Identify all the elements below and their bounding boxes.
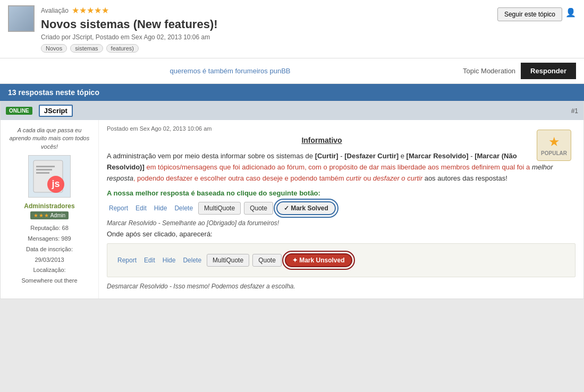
avatar-js-image: js (28, 155, 71, 198)
action-row-2: Report Edit Hide Delete MultiQuote Quote… (115, 253, 567, 267)
rating-label: Avaliação (41, 7, 69, 14)
popular-label: POPULAR (540, 150, 568, 156)
body-p2: em tópicos/mensagens que foi adicionado … (145, 163, 532, 171)
edit-link-1[interactable]: Edit (133, 203, 149, 213)
follow-icon: 👤 (565, 7, 576, 18)
post-sidebar: A cada dia que passa eu aprendo muito ma… (1, 120, 99, 299)
quote-btn-1[interactable]: Quote (244, 202, 273, 215)
post-user-bar: ONLINE JScript #1 (1, 101, 583, 120)
multiquote-btn-1[interactable]: MultiQuote (198, 202, 241, 215)
user-avatar-large: js (28, 155, 71, 198)
popular-star: ★ (540, 134, 568, 149)
post-number: #1 (571, 107, 578, 115)
edit-link-2[interactable]: Edit (142, 255, 157, 265)
follow-button[interactable]: Seguir este tópico (497, 7, 562, 21)
sub-header: queremos é também forumeiros punBB Topic… (0, 58, 584, 84)
mark-unsolved-button[interactable]: ✦ Mark Unsolved (285, 253, 352, 267)
subheader-right: Topic Moderation Responder (458, 63, 576, 79)
location-label: Localização: (33, 267, 65, 273)
post-body: A cada dia que passa eu aprendo muito ma… (1, 120, 583, 299)
body-marcar: [Marcar Resolvido] (407, 152, 469, 160)
quote-btn-2[interactable]: Quote (252, 254, 282, 267)
where-text: Onde após ser clicado, aparecerá: (107, 230, 575, 238)
answer-text: A nossa melhor resposta é baseada no cli… (107, 189, 575, 197)
body-desfazer2: desfazer o curtir (373, 174, 422, 182)
report-link-1[interactable]: Report (107, 203, 130, 213)
location-val: Somewhere out there (21, 277, 77, 284)
topic-header: Avaliação ★★★★★ Novos sistemas (New feat… (0, 0, 584, 58)
multiquote-btn-2[interactable]: MultiQuote (207, 254, 249, 267)
body-curtir: [Curtir] (315, 152, 338, 160)
post-timestamp: Postado em Sex Ago 02, 2013 10:06 am (107, 125, 575, 132)
report-link-2[interactable]: Report (115, 255, 139, 265)
messages-label: Mensagens: (28, 235, 60, 242)
note-unsolved: Desmarcar Resolvido - Isso mesmo! Podemo… (107, 283, 575, 290)
svg-rect-3 (36, 169, 52, 171)
body-desfazer: [Desfazer Curtir] (344, 152, 399, 160)
topic-meta: Criado por JScript, Postado em Sex Ago 0… (41, 33, 491, 41)
sidebar-quote: A cada dia que passa eu aprendo muito ma… (6, 126, 93, 151)
user-group-link[interactable]: Administradores (24, 202, 74, 210)
post-text: A administração vem por meio desta infor… (107, 151, 575, 184)
topic-tags: Novos sistemas features) (41, 44, 491, 53)
topic-info: Avaliação ★★★★★ Novos sistemas (New feat… (41, 5, 491, 53)
post-area: ONLINE JScript #1 A cada dia que passa e… (0, 101, 584, 299)
post-title: Informativo (107, 136, 575, 144)
body-p1: A administração vem por meio desta infor… (107, 152, 315, 160)
topic-header-avatar (8, 5, 35, 32)
responses-header: 13 respostas neste tópico (0, 84, 584, 101)
tag-sistemas[interactable]: sistemas (70, 44, 103, 53)
rank-star-3: ★ (44, 212, 49, 218)
reputation-val: 68 (62, 225, 69, 231)
svg-rect-4 (36, 172, 49, 174)
subheader-link[interactable]: queremos é também forumeiros punBB (170, 67, 291, 75)
body-e: e (399, 152, 406, 160)
body-sep2: - (469, 152, 475, 160)
rating-stars: ★★★★★ (72, 5, 109, 15)
hide-link-2[interactable]: Hide (160, 255, 178, 265)
hide-link-1[interactable]: Hide (152, 203, 170, 213)
user-rank: ★ ★ ★ Admin (30, 211, 69, 219)
note-solved: Marcar Resolvido - Semelhante ao [Obriga… (107, 219, 575, 227)
body-curtir2: curtir (346, 174, 361, 182)
messages-val: 989 (61, 235, 71, 242)
body-ou: ou (361, 174, 373, 182)
popular-badge: ★ POPULAR (537, 130, 571, 161)
user-stats: Reputação: 68 Mensagens: 989 Data de ins… (6, 223, 93, 286)
rank-star-1: ★ (33, 212, 38, 218)
tag-novos[interactable]: Novos (41, 44, 67, 53)
svg-rect-2 (36, 166, 55, 167)
topic-rating: Avaliação ★★★★★ (41, 5, 491, 15)
reputation-label: Reputação: (30, 225, 60, 231)
username-link[interactable]: JScript (39, 105, 73, 117)
delete-link-2[interactable]: Delete (181, 255, 204, 265)
rank-label: Admin (50, 212, 65, 218)
body-p4: aos autores das respostas! (422, 174, 507, 182)
reply-button[interactable]: Responder (521, 63, 576, 79)
unsolved-area: Report Edit Hide Delete MultiQuote Quote… (107, 243, 575, 277)
topic-title: Novos sistemas (New features)! (41, 18, 491, 31)
date-label: Data de inscrição: (26, 246, 73, 252)
post-content: ★ POPULAR Postado em Sex Ago 02, 2013 10… (99, 120, 583, 299)
tag-features[interactable]: features) (106, 44, 139, 53)
body-p3: , podendo desfazer e escolher outra caso… (133, 174, 346, 182)
delete-link-1[interactable]: Delete (172, 203, 195, 213)
action-row-1: Report Edit Hide Delete MultiQuote Quote… (107, 201, 575, 215)
date-val: 29/03/2013 (35, 257, 64, 263)
subheader-left: queremos é também forumeiros punBB (8, 67, 452, 75)
rank-star-2: ★ (39, 212, 44, 218)
moderation-link[interactable]: Topic Moderation (458, 64, 521, 78)
mark-solved-button[interactable]: ✓ Mark Solved (276, 201, 336, 215)
follow-area: Seguir este tópico 👤 (497, 7, 576, 21)
responses-count: 13 respostas neste tópico (8, 88, 99, 97)
online-badge: ONLINE (6, 107, 32, 115)
svg-text:js: js (51, 178, 60, 189)
body-sep1: - (338, 152, 345, 160)
